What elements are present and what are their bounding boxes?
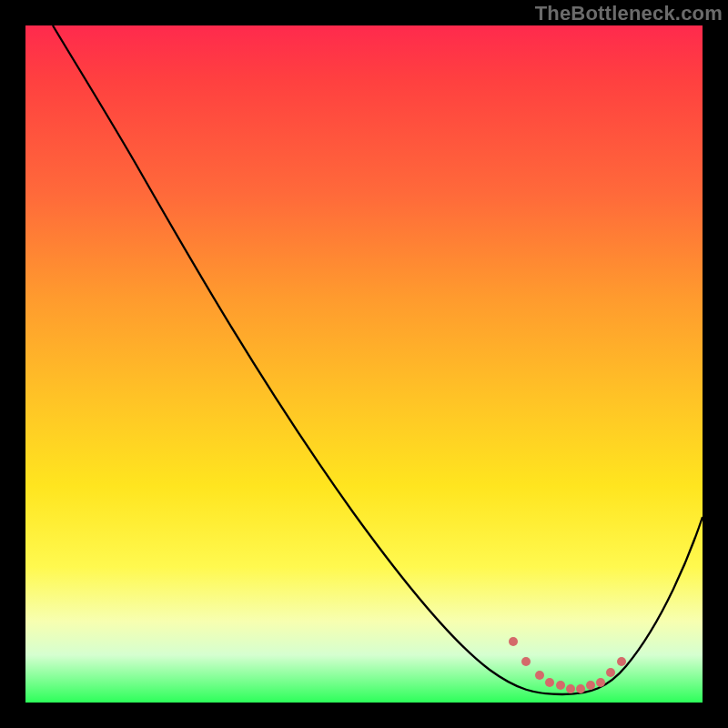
optimum-marker (586, 681, 595, 690)
optimum-marker (576, 684, 585, 693)
chart-frame: TheBottleneck.com (0, 0, 728, 728)
optimum-marker (596, 678, 605, 687)
optimum-marker (566, 684, 575, 693)
optimum-marker (606, 668, 615, 677)
bottleneck-curve-path (53, 25, 703, 694)
optimum-marker (545, 678, 554, 687)
plot-area (25, 25, 703, 703)
optimum-marker-group (509, 637, 626, 693)
optimum-marker (509, 637, 518, 646)
optimum-marker (521, 657, 531, 666)
curve-svg (25, 25, 703, 703)
optimum-marker (556, 681, 565, 690)
watermark-text: TheBottleneck.com (535, 2, 723, 25)
optimum-marker (617, 657, 626, 666)
optimum-marker (535, 671, 544, 680)
